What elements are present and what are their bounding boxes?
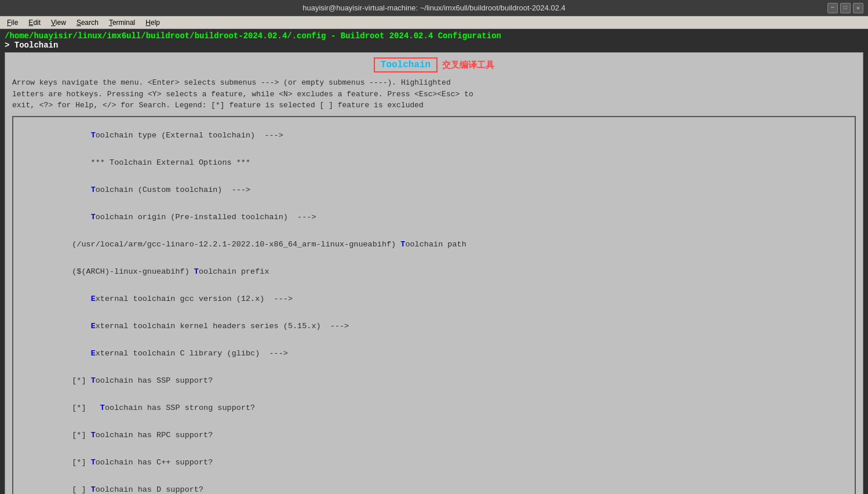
- config-path: /home/huayisir/linux/imx6ull/buildroot/b…: [5, 31, 501, 41]
- menu-bar: File Edit View Search Terminal Help: [0, 16, 868, 29]
- menu-view[interactable]: View: [46, 17, 71, 28]
- path-line: /home/huayisir/linux/imx6ull/buildroot/b…: [0, 29, 868, 41]
- toolchain-title-text: Toolchain: [381, 60, 431, 70]
- window-controls[interactable]: ─ □ ✕: [827, 3, 863, 13]
- menu-edit[interactable]: Edit: [24, 17, 45, 28]
- help-line-1: Arrow keys navigate the menu. <Enter> se…: [12, 77, 856, 89]
- menu-item-external-options: *** Toolchain External Options ***: [16, 149, 852, 176]
- menu-search[interactable]: Search: [72, 17, 103, 28]
- menu-item-kernel-headers[interactable]: External toolchain kernel headers series…: [16, 313, 852, 340]
- toolchain-annotation: 交叉编译工具: [442, 60, 494, 71]
- menu-item-toolchain-prefix[interactable]: ($(ARCH)-linux-gnueabihf) Toolchain pref…: [16, 258, 852, 285]
- menu-box: Toolchain type (External toolchain) --->…: [12, 116, 856, 495]
- menu-file[interactable]: File: [2, 17, 23, 28]
- menu-item-c-library[interactable]: External toolchain C library (glibc) ---…: [16, 340, 852, 367]
- close-button[interactable]: ✕: [853, 3, 863, 13]
- menu-item-cpp[interactable]: [*] Toolchain has C++ support?: [16, 449, 852, 476]
- terminal-area: /home/huayisir/linux/imx6ull/buildroot/b…: [0, 29, 868, 494]
- window-title: huayisir@huayisir-virtual-machine: ~/lin…: [302, 3, 566, 12]
- menu-item-d[interactable]: [ ] Toolchain has D support?: [16, 476, 852, 495]
- menu-item-gcc-version[interactable]: External toolchain gcc version (12.x) --…: [16, 285, 852, 313]
- help-line-2: letters are hotkeys. Pressing <Y> select…: [12, 89, 856, 100]
- title-bar: huayisir@huayisir-virtual-machine: ~/lin…: [0, 0, 868, 16]
- menu-item-rpc[interactable]: [*] Toolchain has RPC support?: [16, 422, 852, 449]
- help-line-3: exit, <?> for Help, </> for Search. Lege…: [12, 100, 856, 111]
- minimize-button[interactable]: ─: [827, 3, 838, 13]
- toolchain-title-box: Toolchain: [374, 57, 437, 72]
- menu-help[interactable]: Help: [141, 17, 165, 28]
- menu-item-ssp[interactable]: [*] Toolchain has SSP support?: [16, 367, 852, 394]
- menu-item-toolchain-type[interactable]: Toolchain type (External toolchain) --->: [16, 122, 852, 149]
- menu-item-ssp-strong[interactable]: [*] Toolchain has SSP strong support?: [16, 394, 852, 422]
- menu-item-toolchain-path[interactable]: (/usr/local/arm/gcc-linaro-12.2.1-2022.1…: [16, 231, 852, 258]
- menu-terminal[interactable]: Terminal: [104, 17, 140, 28]
- content-area: Toolchain 交叉编译工具 Arrow keys navigate the…: [5, 52, 863, 494]
- menu-item-toolchain-origin[interactable]: Toolchain origin (Pre-installed toolchai…: [16, 204, 852, 231]
- toolchain-title-row: Toolchain 交叉编译工具: [12, 57, 856, 72]
- toolchain-subheader: > Toolchain: [0, 41, 868, 52]
- help-text: Arrow keys navigate the menu. <Enter> se…: [12, 77, 856, 111]
- maximize-button[interactable]: □: [840, 3, 851, 13]
- menu-item-toolchain-custom[interactable]: Toolchain (Custom toolchain) --->: [16, 176, 852, 204]
